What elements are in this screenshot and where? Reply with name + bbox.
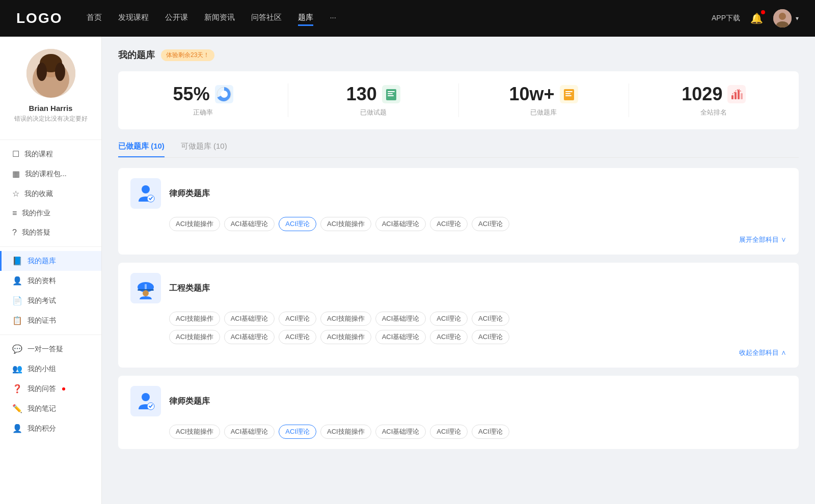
sidebar-item-materials[interactable]: 👤 我的资料 (0, 271, 101, 291)
app-download-button[interactable]: APP下载 (712, 14, 740, 23)
svg-point-30 (142, 393, 150, 401)
qbank-tag[interactable]: ACI技能操作 (169, 330, 220, 344)
qbank-tag[interactable]: ACI基础理论 (375, 312, 426, 326)
qbank-card-engineer: 工程类题库 ACI技能操作 ACI基础理论 ACI理论 ACI技能操作 ACI基… (118, 263, 799, 368)
svg-rect-22 (741, 93, 743, 99)
notification-bell-icon[interactable]: 🔔 (750, 12, 763, 24)
qbank-tag[interactable]: ACI理论 (279, 312, 316, 326)
sidebar-item-my-qa[interactable]: ❓ 我的问答 (0, 379, 101, 399)
qbank-tag[interactable]: ACI基础理论 (375, 217, 426, 231)
done-banks-book-icon (560, 85, 578, 103)
notification-badge (761, 10, 765, 14)
sidebar-item-certificates[interactable]: 📋 我的证书 (0, 311, 101, 330)
stat-done-banks-value: 10w+ (509, 83, 555, 105)
qbank-tag[interactable]: ACI理论 (279, 330, 316, 344)
qbank-tag[interactable]: ACI技能操作 (169, 425, 220, 439)
qbank-tag[interactable]: ACI基础理论 (224, 425, 275, 439)
page-header: 我的题库 体验剩余23天！ (118, 49, 799, 61)
qbank-card-header-2: 工程类题库 (130, 273, 786, 303)
sidebar-item-1on1-qa[interactable]: 💬 一对一答疑 (0, 339, 101, 359)
qbank-tag[interactable]: ACI基础理论 (375, 330, 426, 344)
stat-ranking: 1029 全站排名 (629, 83, 799, 117)
sidebar-item-label: 我的题库 (28, 257, 56, 266)
qbank-tag[interactable]: ACI技能操作 (320, 425, 371, 439)
sidebar-divider-3 (0, 334, 101, 335)
nav-qa[interactable]: 问答社区 (251, 11, 282, 26)
qbank-tag[interactable]: ACI技能操作 (320, 312, 371, 326)
favorites-icon: ☆ (12, 189, 19, 199)
nav-discover[interactable]: 发现课程 (118, 11, 149, 26)
page-title: 我的题库 (118, 49, 155, 61)
qbank-title-1: 律师类题库 (169, 188, 210, 199)
sidebar-item-label: 我的资料 (28, 276, 56, 286)
stat-done-questions-value: 130 (346, 83, 377, 105)
qbank-tags-engineer-row2: ACI技能操作 ACI基础理论 ACI理论 ACI技能操作 ACI基础理论 AC… (169, 330, 786, 344)
sidebar-divider-1 (0, 139, 101, 140)
sidebar-item-favorites[interactable]: ☆ 我的收藏 (0, 184, 101, 204)
accuracy-pie-icon (215, 85, 233, 103)
nav-home[interactable]: 首页 (87, 11, 102, 26)
qbank-tag-active[interactable]: ACI理论 (279, 217, 316, 231)
svg-rect-13 (388, 93, 393, 94)
materials-icon: 👤 (12, 276, 22, 286)
nav-qbank[interactable]: 题库 (298, 11, 313, 26)
svg-rect-21 (738, 90, 740, 99)
svg-rect-14 (388, 95, 394, 96)
stat-done-questions: 130 已做试题 (288, 83, 458, 117)
sidebar-item-groups[interactable]: 👥 我的小组 (0, 359, 101, 379)
avatar (773, 9, 792, 27)
tab-done-banks[interactable]: 已做题库 (10) (118, 142, 165, 157)
qbank-expand-btn-1[interactable]: 展开全部科目 ∨ (130, 235, 786, 244)
qbank-tag[interactable]: ACI基础理论 (224, 312, 275, 326)
qbank-collapse-btn-engineer[interactable]: 收起全部科目 ∧ (130, 348, 786, 357)
qbank-tag[interactable]: ACI基础理论 (224, 330, 275, 344)
sidebar-item-course-packages[interactable]: ▦ 我的课程包... (0, 164, 101, 184)
sidebar-item-points[interactable]: 👤 我的积分 (0, 418, 101, 438)
qbank-tag[interactable]: ACI理论 (472, 217, 509, 231)
sidebar-item-label: 一对一答疑 (28, 345, 63, 354)
nav-news[interactable]: 新闻资讯 (204, 11, 235, 26)
qbank-tag[interactable]: ACI技能操作 (320, 217, 371, 231)
stat-done-questions-row: 130 (296, 83, 450, 105)
homework-icon: ≡ (12, 209, 17, 218)
done-questions-book-icon (382, 85, 400, 103)
nav-right: APP下载 🔔 ▾ (712, 9, 799, 27)
nav-more[interactable]: ··· (330, 11, 336, 26)
qbank-tag[interactable]: ACI基础理论 (224, 217, 275, 231)
engineer-svg (134, 277, 157, 299)
sidebar-item-homework[interactable]: ≡ 我的作业 (0, 204, 101, 223)
svg-rect-17 (565, 93, 570, 94)
qbank-card-header-1: 律师类题库 (130, 178, 786, 209)
sidebar-item-qa[interactable]: ? 我的答疑 (0, 223, 101, 242)
qbank-tag[interactable]: ACI基础理论 (375, 425, 426, 439)
logo: LOGO (16, 10, 62, 26)
qbank-tag[interactable]: ACI技能操作 (169, 217, 220, 231)
qbank-tag[interactable]: ACI理论 (430, 425, 468, 439)
qbank-tag[interactable]: ACI技能操作 (169, 312, 220, 326)
chevron-down-icon: ▾ (796, 15, 799, 22)
sidebar-item-notes[interactable]: ✏️ 我的笔记 (0, 399, 101, 418)
nav-open-course[interactable]: 公开课 (165, 11, 188, 26)
sidebar-item-question-bank[interactable]: 📘 我的题库 (0, 251, 101, 271)
sidebar-item-label: 我的收藏 (24, 189, 53, 199)
qbank-tag[interactable]: ACI理论 (472, 312, 509, 326)
sidebar-item-label: 我的作业 (22, 209, 50, 218)
qbank-tag[interactable]: ACI理论 (472, 425, 509, 439)
sidebar-item-exams[interactable]: 📄 我的考试 (0, 291, 101, 311)
qbank-tag[interactable]: ACI理论 (430, 217, 468, 231)
qbank-tag[interactable]: ACI理论 (430, 330, 468, 344)
tab-available-banks[interactable]: 可做题库 (10) (181, 142, 227, 157)
qbank-tag[interactable]: ACI理论 (472, 330, 509, 344)
tabs-row: 已做题库 (10) 可做题库 (10) (118, 142, 799, 158)
qbank-tags-1: ACI技能操作 ACI基础理论 ACI理论 ACI技能操作 ACI基础理论 AC… (169, 217, 786, 231)
stat-done-banks-label: 已做题库 (467, 108, 620, 117)
sidebar-item-my-courses[interactable]: ☐ 我的课程 (0, 144, 101, 164)
svg-rect-19 (731, 95, 734, 99)
qbank-tag[interactable]: ACI理论 (430, 312, 468, 326)
svg-rect-11 (386, 89, 396, 100)
user-avatar-menu[interactable]: ▾ (773, 9, 799, 27)
qbank-tag-active[interactable]: ACI理论 (279, 425, 316, 439)
qbank-tag[interactable]: ACI技能操作 (320, 330, 371, 344)
qbank-title-engineer: 工程类题库 (169, 283, 210, 294)
sidebar-bio: 错误的决定比没有决定要好 (8, 115, 93, 123)
